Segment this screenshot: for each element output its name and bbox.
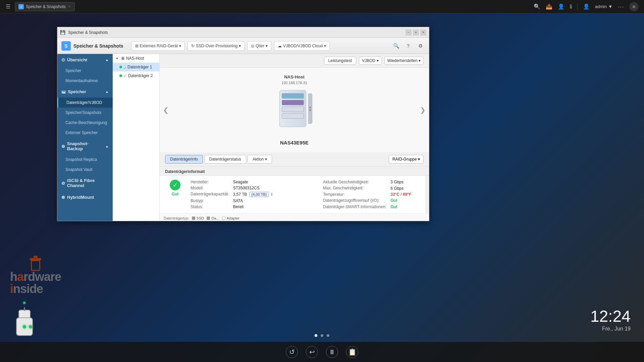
tab-aktion[interactable]: Aktion ▾ xyxy=(248,155,272,164)
settings-icon[interactable]: ⚙ xyxy=(416,41,425,51)
info-icon[interactable]: ℹ xyxy=(570,3,572,10)
qtier-button[interactable]: ◎ Qtier ▾ xyxy=(247,41,271,51)
sidebar-section-snapshot-backup[interactable]: ⊜ Snapshot-Backup ▲ xyxy=(57,138,113,155)
leistungstest-button[interactable]: Leistungstest xyxy=(324,57,357,65)
chevron-down-icon: ▾ xyxy=(179,44,181,48)
sidebar-item-snapshot-replica[interactable]: Snapshot Replica xyxy=(57,155,113,165)
tab-datentragersstatus[interactable]: Datenträgerstatus xyxy=(204,155,246,164)
clock-time: 12:24 xyxy=(590,308,631,324)
tab-datentragerinfo[interactable]: Datenträgerinfo xyxy=(165,155,203,164)
tree-item-nas-host[interactable]: ▼ 🖥 NAS-Host xyxy=(113,54,159,63)
maximize-button[interactable]: + xyxy=(413,29,419,36)
expand-icon: ▼ xyxy=(115,57,119,60)
sidebar-item-iscsi[interactable]: ⊘ iSCSI & Fibre Channel xyxy=(57,175,113,191)
tree-item-datentrager1[interactable]: ✓ Datenträger 1 xyxy=(113,63,159,71)
sidebar-item-cache[interactable]: Cache-Beschleunigung xyxy=(57,118,113,128)
nas-model: NAS43E95E xyxy=(280,140,309,145)
side-indicator xyxy=(309,109,311,111)
network-icon[interactable]: ⊕ xyxy=(629,2,639,11)
sidebar: ⊙ Übersicht ▲ Speicher Momentaufnahme 🖴 … xyxy=(57,54,113,221)
sidebar-item-snapshot-vault[interactable]: Snapshot Vault xyxy=(57,165,113,175)
status-green-dot2 xyxy=(119,74,122,77)
user-circle-icon[interactable]: 👤 xyxy=(558,3,565,10)
max-label: Max. Geschwindigkeit: xyxy=(323,186,386,190)
app-tab-close-button[interactable]: × xyxy=(68,5,71,8)
hersteller-label: Hersteller: xyxy=(191,180,229,184)
tabs-row: Datenträgerinfo Datenträgerstatus Aktion… xyxy=(160,152,429,167)
temp-label: Temperatur: xyxy=(323,192,386,197)
bottom-icon-clipboard[interactable]: 📋 xyxy=(346,346,358,358)
user-label: admin xyxy=(595,4,607,9)
sidebar-item-momentaufnahme[interactable]: Momentaufnahme xyxy=(57,76,113,86)
robot-antenna xyxy=(24,307,25,311)
robot-body xyxy=(16,317,33,336)
more-options-button[interactable]: ⋯ xyxy=(618,3,624,10)
robot-eyes xyxy=(23,325,26,328)
nav-prev-button[interactable]: ❮ xyxy=(163,106,169,114)
legend-row-typ: Datenträgertyp: SSD Da... xyxy=(164,216,425,220)
hamburger-menu-button[interactable]: ☰ xyxy=(3,1,13,12)
profile-icon[interactable]: 👤 xyxy=(583,3,590,10)
snapshot-icon: ⊜ xyxy=(61,144,65,149)
aktuelle-label: Aktuelle Geschwindigkeit: xyxy=(323,180,386,184)
sidebar-item-datentrager-vjbod[interactable]: Datenträger/VJBOD xyxy=(57,98,113,108)
app-title: Speicher & Snapshots xyxy=(73,43,123,49)
drive-slot-3 xyxy=(282,107,304,112)
modell-value: ST3500312CS xyxy=(233,186,318,190)
status-row-value: Bereit xyxy=(233,204,318,209)
search-toolbar-icon[interactable]: 🔍 xyxy=(391,41,401,51)
minimize-button[interactable]: − xyxy=(406,29,412,36)
sidebar-section-speicher[interactable]: 🖴 Speicher ▲ xyxy=(57,86,113,98)
bottom-icon-refresh[interactable]: ↺ xyxy=(286,346,298,358)
page-dot-1[interactable] xyxy=(315,334,317,337)
ssd-dot xyxy=(192,217,195,220)
bottom-icon-back[interactable]: ↩ xyxy=(306,346,318,358)
smart-value: Gut xyxy=(390,204,424,209)
status-green-dot xyxy=(119,66,122,68)
ssd-provisioning-button[interactable]: ↻ SSD-Over-Provisioning ▾ xyxy=(187,41,245,51)
nav-next-button[interactable]: ❯ xyxy=(420,106,426,114)
sidebar-item-speicher[interactable]: Speicher xyxy=(57,66,113,76)
bustyp-value: SATA xyxy=(233,198,318,203)
close-button[interactable]: × xyxy=(420,29,426,36)
disk-info-section-label: Datenträgerinformati xyxy=(160,167,429,176)
vjbod-cloud-button[interactable]: ☁ VJBOD/VJBOD Cloud ▾ xyxy=(274,41,330,51)
app-tab-speicher[interactable]: S Speicher & Snapshots × xyxy=(15,2,75,11)
nas-visual-area: ❮ ❯ NAS-Host 192.168.178.31 xyxy=(160,68,429,152)
externes-raid-button[interactable]: ⊞ Externes RAID-Gerät ▾ xyxy=(131,41,185,51)
tree-item-datentrager2[interactable]: ✓ Datenträger 2 xyxy=(113,71,159,80)
kapazitat-label: Datenträgerkapazität: xyxy=(191,192,229,197)
taskbar-bottom: ↺ ↩ ⏸ 📋 xyxy=(0,342,644,362)
status-row-label: Status: xyxy=(191,204,229,209)
vjbod-select[interactable]: VJBOD ▾ xyxy=(359,57,381,65)
sidebar-item-speicher-snapshots[interactable]: Speicher/Snapshots xyxy=(57,108,113,118)
side-indicator xyxy=(309,107,311,108)
modell-label: Modell: xyxy=(191,186,229,190)
drive-slot-2 xyxy=(282,100,304,105)
help-icon[interactable]: ? xyxy=(404,41,413,51)
chevron-down-icon: ▾ xyxy=(419,58,421,63)
chevron-down-icon: ▾ xyxy=(239,44,241,48)
search-icon[interactable]: 🔍 xyxy=(534,3,540,10)
page-dot-2[interactable] xyxy=(321,334,323,337)
bottom-icon-pause[interactable]: ⏸ xyxy=(326,346,338,358)
page-dot-3[interactable] xyxy=(327,334,329,337)
sidebar-item-hybridmount[interactable]: ⊗ HybridMount xyxy=(57,191,113,203)
scrollbar[interactable] xyxy=(426,176,429,213)
clock-date: Fre., Jun 19 xyxy=(590,326,631,332)
nas-name: NAS-Host xyxy=(284,74,305,79)
legend-ssd: SSD xyxy=(192,216,204,220)
upload-icon[interactable]: 📤 xyxy=(546,3,552,10)
check-icon2: ✓ xyxy=(123,73,127,78)
disk-status-label: Gut xyxy=(172,192,179,196)
nas-icon: 🖥 xyxy=(121,56,125,61)
adapter-dot xyxy=(222,217,225,220)
bustyp-label: Bustyp: xyxy=(191,198,229,203)
user-menu[interactable]: admin ▼ xyxy=(595,4,612,9)
wiederherstellen-select[interactable]: Wiederherstellen ▾ xyxy=(384,57,424,65)
sidebar-item-ubersicht[interactable]: ⊙ Übersicht ▲ xyxy=(57,54,113,66)
raid-gruppe-select[interactable]: RAID-Gruppe ▾ xyxy=(389,155,424,164)
chevron-up-icon: ▲ xyxy=(105,144,109,148)
nas-side-panel xyxy=(308,94,312,124)
sidebar-item-externer[interactable]: Externer Speicher xyxy=(57,128,113,138)
